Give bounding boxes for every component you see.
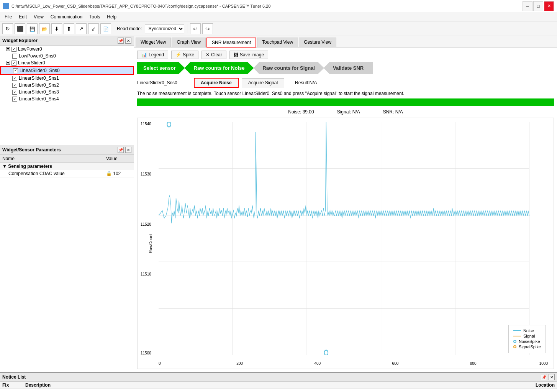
tab-bar: Widget View Graph View SNR Measurement T… xyxy=(134,36,557,48)
tab-widget-view[interactable]: Widget View xyxy=(136,38,171,47)
checkbox-linearslider0[interactable] xyxy=(11,61,16,66)
clear-button[interactable]: ✕ Clear xyxy=(202,51,226,59)
checkbox-linearslider0-sns1[interactable] xyxy=(12,76,17,81)
legend-button[interactable]: 📊 Legend xyxy=(137,51,168,59)
redo-button[interactable]: ↪ xyxy=(202,23,213,34)
legend-noise-spike: NoiseSpike xyxy=(513,339,541,344)
tree-item-lowpower0[interactable]: ▼ LowPower0 xyxy=(0,46,134,52)
tree-item-linearslider0-sns4[interactable]: LinearSlider0_Sns4 xyxy=(0,95,134,102)
legend-noise-spike-label: NoiseSpike xyxy=(519,339,540,344)
sensor-params-pin-button[interactable]: 📌 xyxy=(118,147,124,153)
minimize-button[interactable]: ─ xyxy=(523,1,532,11)
svg-point-11 xyxy=(324,350,328,355)
widget-explorer-close-button[interactable]: ✕ xyxy=(125,38,131,44)
download-button[interactable]: ⬇ xyxy=(51,23,62,34)
notice-list-pin-button[interactable]: 📌 xyxy=(541,374,547,380)
noise-line-icon xyxy=(513,330,521,331)
notice-list-controls: 📌 ✕ xyxy=(541,374,555,380)
left-panel: Widget Explorer 📌 ✕ ▼ LowPower0 LowPower… xyxy=(0,36,134,372)
status-message: The noise measurement is complete. Touch… xyxy=(137,91,554,96)
widget-explorer-tree: ▼ LowPower0 LowPower0_Sns0 ▼ LinearSlide… xyxy=(0,46,134,145)
step-2: Raw counts for Noise xyxy=(185,62,254,74)
y-label-11520: 11520 xyxy=(141,222,151,226)
checkbox-linearslider0-sns0[interactable] xyxy=(13,68,18,73)
expand-icon: ▼ xyxy=(2,164,8,169)
checkbox-linearslider0-sns4[interactable] xyxy=(12,97,17,102)
refresh-button[interactable] xyxy=(2,23,13,34)
upload-button[interactable]: ⬆ xyxy=(64,23,74,34)
title-bar: C:/mtw/MSCLP_Low_Power_CSD_Slider/bsps/T… xyxy=(0,0,557,12)
sensor-params-header: Widget/Sensor Parameters 📌 ✕ xyxy=(0,145,134,155)
spike-button[interactable]: ⚡ Spike xyxy=(171,51,198,59)
y-label-11540: 11540 xyxy=(141,122,151,126)
tree-item-linearslider0-sns0[interactable]: LinearSlider0_Sns0 xyxy=(0,66,134,75)
checkbox-lowpower0[interactable] xyxy=(11,47,16,52)
read-mode-select[interactable]: Synchronized xyxy=(145,24,184,33)
widget-explorer-pin-button[interactable]: 📌 xyxy=(118,38,124,44)
refresh-icon xyxy=(5,26,10,32)
svg-point-10 xyxy=(167,122,171,127)
notice-list-close-button[interactable]: ✕ xyxy=(549,374,555,380)
checkbox-linearslider0-sns3[interactable] xyxy=(12,90,17,95)
undo-button[interactable]: ↩ xyxy=(190,23,201,34)
save-button[interactable] xyxy=(27,23,38,34)
params-col-value: Value xyxy=(104,155,134,163)
tree-label-linearslider0-sns2: LinearSlider0_Sns2 xyxy=(19,82,59,88)
tree-label-linearslider0-sns1: LinearSlider0_Sns1 xyxy=(19,75,59,81)
tab-touchpad-view[interactable]: Touchpad View xyxy=(257,38,298,47)
title-text: C:/mtw/MSCLP_Low_Power_CSD_Slider/bsps/T… xyxy=(11,4,523,8)
menu-view[interactable]: View xyxy=(31,13,47,20)
save-image-button[interactable]: 🖼 Save image xyxy=(229,51,268,59)
legend-signal-spike-label: SignalSpike xyxy=(519,344,541,349)
tree-item-linearslider0-sns2[interactable]: LinearSlider0_Sns2 xyxy=(0,82,134,89)
tab-snr-measurement[interactable]: SNR Measurement xyxy=(206,38,256,48)
close-button[interactable]: ✕ xyxy=(544,1,554,11)
acquire-signal-button[interactable]: Acquire Signal xyxy=(242,78,284,87)
sensor-name-label: LinearSlider0_Sns0 xyxy=(137,80,191,85)
tree-item-lowpower0-sns0[interactable]: LowPower0_Sns0 xyxy=(0,52,134,59)
step-3: Raw counts for Signal xyxy=(254,62,324,74)
x-label-1000: 1000 xyxy=(539,361,548,366)
import-button[interactable]: ↙ xyxy=(88,23,99,34)
menu-communication[interactable]: Communication xyxy=(48,13,85,20)
maximize-button[interactable]: □ xyxy=(533,1,543,11)
y-label-11500: 11500 xyxy=(141,351,151,355)
params-section-sensing: ▼ Sensing parameters xyxy=(0,163,134,170)
signal-spike-icon xyxy=(513,345,516,348)
stop-icon xyxy=(17,26,23,32)
expand-icon-linearslider0[interactable]: ▼ xyxy=(6,61,10,65)
snr-metric: SNR: N/A xyxy=(383,109,403,115)
app-icon xyxy=(3,3,9,9)
tree-label-linearslider0-sns3: LinearSlider0_Sns3 xyxy=(19,89,59,95)
params-table: Name Value ▼ Sensing parameters Compensa… xyxy=(0,155,134,177)
stop-button[interactable] xyxy=(15,23,25,34)
tree-label-linearslider0-sns0: LinearSlider0_Sns0 xyxy=(20,68,60,73)
open-button[interactable] xyxy=(39,23,50,34)
checkbox-lowpower0-sns0[interactable] xyxy=(12,54,17,59)
tab-gesture-view[interactable]: Gesture View xyxy=(299,38,336,47)
tab-graph-view[interactable]: Graph View xyxy=(172,38,205,47)
acquire-noise-button[interactable]: Acquire Noise xyxy=(194,78,239,88)
legend-noise-label: Noise xyxy=(523,328,534,333)
sensor-params-title: Widget/Sensor Parameters xyxy=(2,147,61,153)
menu-file[interactable]: File xyxy=(2,13,15,20)
signal-metric: Signal: N/A xyxy=(337,109,360,115)
menu-edit[interactable]: Edit xyxy=(16,13,30,20)
chart-container: RawCount xyxy=(137,118,554,369)
menu-tools[interactable]: Tools xyxy=(86,13,103,20)
tree-item-linearslider0[interactable]: ▼ LinearSlider0 xyxy=(0,59,134,66)
tree-item-linearslider0-sns1[interactable]: LinearSlider0_Sns1 xyxy=(0,75,134,82)
snr-content: 📊 Legend ⚡ Spike ✕ Clear 🖼 Save image xyxy=(134,48,557,372)
panel-header-controls: 📌 ✕ xyxy=(118,38,131,44)
x-label-200: 200 xyxy=(236,361,243,366)
doc-button[interactable] xyxy=(100,23,111,34)
menu-help[interactable]: Help xyxy=(104,13,120,20)
tree-item-linearslider0-sns3[interactable]: LinearSlider0_Sns3 xyxy=(0,89,134,95)
checkbox-linearslider0-sns2[interactable] xyxy=(12,83,17,88)
expand-icon-lowpower0[interactable]: ▼ xyxy=(6,47,10,51)
params-col-name: Name xyxy=(0,155,104,163)
sensor-params-close-button[interactable]: ✕ xyxy=(125,147,131,153)
export-button[interactable]: ↗ xyxy=(76,23,87,34)
notice-list: Notice List 📌 ✕ Fix Description Location xyxy=(0,372,557,392)
widget-explorer-header: Widget Explorer 📌 ✕ xyxy=(0,36,134,46)
